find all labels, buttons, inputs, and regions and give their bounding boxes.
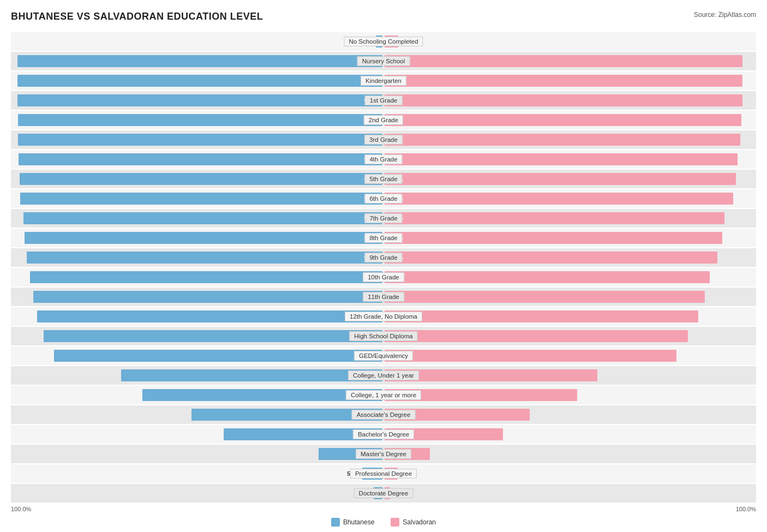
right-section: 96.3% (384, 91, 756, 110)
chart-source: Source: ZipAtlas.com (694, 11, 756, 19)
bar-row: 97.7% 5th Grade 94.6% (11, 170, 756, 188)
bar-row: 97.5% 6th Grade 93.9% (11, 189, 756, 208)
bar-row: 94% 11th Grade 86.2% (11, 288, 756, 306)
legend-salvadoran: Salvadoran (391, 518, 436, 527)
bar-wrapper-right: 3.5% (385, 464, 756, 483)
left-section: 91.2% (11, 327, 384, 345)
left-section: 88.4% (11, 346, 384, 365)
left-section: 98.1% (11, 130, 384, 149)
right-section: 81.7% (384, 327, 756, 345)
bar-wrapper-right: 78.6% (385, 346, 756, 365)
bar-wrapper-right: 39% (385, 405, 756, 424)
bar-wrapper-left: 64.6% (11, 386, 382, 404)
row-container: 98.2% 1st Grade 96.3% (11, 91, 756, 110)
bar-wrapper-left: 95.7% (11, 248, 382, 267)
axis-left: 100.0% (11, 506, 31, 512)
bar-row: 2.3% Doctorate Degree 1.5% (11, 484, 756, 503)
center-label: Professional Degree (350, 469, 417, 479)
blue-bar: 97.7% (20, 173, 382, 185)
center-label: No Schooling Completed (344, 37, 423, 46)
center-label: College, 1 year or more (346, 390, 421, 400)
bar-wrapper-left: 17.2% (11, 445, 382, 463)
bar-row: 98.2% Nursery School 96.4% (11, 52, 756, 70)
right-section: 89.6% (384, 248, 756, 267)
bar-row: 42.7% Bachelor's Degree 31.8% (11, 425, 756, 444)
left-section: 97.9% (11, 150, 384, 169)
row-container: 96.6% 7th Grade 91.5% (11, 209, 756, 228)
row-container: 95.7% 9th Grade 89.6% (11, 248, 756, 267)
bar-wrapper-left: 88.4% (11, 346, 382, 365)
bar-wrapper-right: 91.5% (385, 209, 756, 228)
right-section: 91.5% (384, 209, 756, 228)
bar-wrapper-right: 31.8% (385, 425, 756, 444)
pink-bar: 94.6% (385, 173, 736, 185)
center-label: Associate's Degree (352, 410, 416, 420)
bar-wrapper-right: 96.3% (385, 71, 756, 90)
pink-bar: 95% (385, 153, 738, 165)
bar-wrapper-left: 1.8% (11, 32, 382, 51)
left-section: 98.2% (11, 91, 384, 110)
bar-row: 98.1% 2nd Grade 96% (11, 111, 756, 129)
bar-wrapper-left: 42.7% (11, 425, 382, 444)
row-container: 1.8% No Schooling Completed 3.7% (11, 32, 756, 51)
bar-row: 1.8% No Schooling Completed 3.7% (11, 32, 756, 51)
bar-wrapper-left: 96.4% (11, 229, 382, 247)
right-section: 93.9% (384, 189, 756, 208)
row-container: 94.9% 10th Grade 87.5% (11, 268, 756, 286)
chart-area: 1.8% No Schooling Completed 3.7% (11, 32, 756, 503)
legend-pink-box (391, 518, 399, 527)
blue-bar: 98.1% (18, 134, 382, 146)
bar-wrapper-left: 5.4% (11, 464, 382, 483)
bar-wrapper-right: 90.9% (385, 229, 756, 247)
bar-wrapper-right: 3.7% (385, 32, 756, 51)
legend-pink-label: Salvadoran (403, 518, 436, 526)
bar-wrapper-left: 97.5% (11, 189, 382, 208)
bar-wrapper-right: 95.7% (385, 130, 756, 149)
right-section: 90.9% (384, 229, 756, 247)
center-label: 9th Grade (364, 253, 402, 262)
right-section: 3.5% (384, 464, 756, 483)
blue-bar: 96.6% (23, 212, 382, 224)
right-section: 12.2% (384, 445, 756, 463)
bar-row: 96.4% 8th Grade 90.9% (11, 229, 756, 247)
row-container: 5.4% Professional Degree 3.5% (11, 464, 756, 483)
right-section: 78.6% (384, 346, 756, 365)
right-section: 31.8% (384, 425, 756, 444)
right-section: 96.3% (384, 71, 756, 90)
bar-wrapper-left: 98.1% (11, 130, 382, 149)
axis-labels: 100.0% 100.0% (11, 506, 756, 512)
bar-wrapper-left: 51.4% (11, 405, 382, 424)
row-container: 98.2% Nursery School 96.4% (11, 52, 756, 70)
bar-wrapper-right: 12.2% (385, 445, 756, 463)
bar-row: 51.4% Associate's Degree 39% (11, 405, 756, 424)
row-container: 2.3% Doctorate Degree 1.5% (11, 484, 756, 503)
bar-row: 98.2% Kindergarten 96.3% (11, 71, 756, 90)
right-section: 95% (384, 150, 756, 169)
pink-bar: 91.5% (385, 212, 724, 224)
left-section: 17.2% (11, 445, 384, 463)
bar-row: 94.9% 10th Grade 87.5% (11, 268, 756, 286)
left-section: 64.6% (11, 386, 384, 404)
bar-row: 96.6% 7th Grade 91.5% (11, 209, 756, 228)
left-section: 1.8% (11, 32, 384, 51)
left-section: 98.2% (11, 52, 384, 70)
blue-bar: 70.3% (121, 369, 382, 381)
blue-bar: 94% (33, 291, 382, 303)
bar-wrapper-left: 97.9% (11, 150, 382, 169)
left-section: 93% (11, 307, 384, 326)
center-label: 4th Grade (364, 154, 402, 164)
bar-wrapper-right: 89.6% (385, 248, 756, 267)
bar-wrapper-right: 84.5% (385, 307, 756, 326)
bar-wrapper-left: 98.2% (11, 71, 382, 90)
blue-bar: 97.5% (20, 193, 382, 205)
row-container: 98.1% 2nd Grade 96% (11, 111, 756, 129)
bar-wrapper-left: 94.9% (11, 268, 382, 286)
bar-wrapper-left: 93% (11, 307, 382, 326)
right-section: 1.5% (384, 484, 756, 503)
right-section: 3.7% (384, 32, 756, 51)
left-section: 5.4% (11, 464, 384, 483)
row-container: 91.2% High School Diploma 81.7% (11, 327, 756, 345)
bar-wrapper-left: 94% (11, 288, 382, 306)
row-container: 96.4% 8th Grade 90.9% (11, 229, 756, 247)
bar-wrapper-right: 81.7% (385, 327, 756, 345)
